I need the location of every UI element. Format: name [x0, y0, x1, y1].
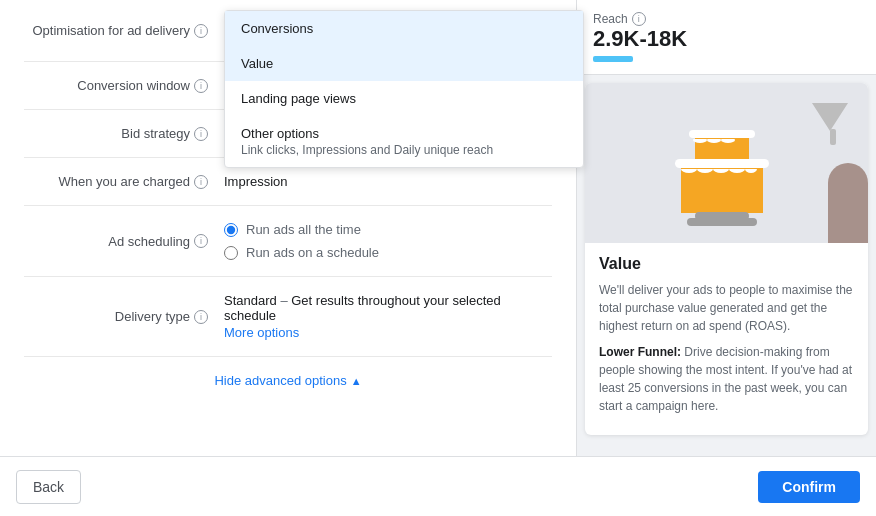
bid-strategy-label: Bid strategy i	[24, 126, 224, 141]
dropdown-item-conversions[interactable]: Conversions	[225, 11, 583, 46]
delivery-type-details: Standard – Get results throughout your s…	[224, 293, 552, 340]
dropdown-item-other-options[interactable]: Other options Link clicks, Impressions a…	[225, 116, 583, 167]
delivery-type-label: Delivery type i	[24, 309, 224, 324]
ad-scheduling-label: Ad scheduling i	[24, 234, 224, 249]
cake-illustration	[667, 98, 787, 228]
delivery-type-row: Delivery type i Standard – Get results t…	[24, 277, 552, 357]
more-options-link[interactable]: More options	[224, 325, 552, 340]
ad-scheduling-info-icon[interactable]: i	[194, 234, 208, 248]
reach-info-icon[interactable]: i	[632, 12, 646, 26]
bottom-bar: Back Confirm	[0, 456, 876, 516]
radio-all-time-input[interactable]	[224, 223, 238, 237]
reach-section: Reach i 2.9K-18K	[577, 0, 876, 75]
optimisation-row: Optimisation for ad delivery i Conversio…	[24, 0, 552, 62]
reach-value: 2.9K-18K	[593, 26, 860, 52]
confirm-button[interactable]: Confirm	[758, 471, 860, 503]
bid-strategy-info-icon[interactable]: i	[194, 127, 208, 141]
right-panel: Reach i 2.9K-18K	[576, 0, 876, 516]
info-card-body-text2: Lower Funnel: Drive decision-making from…	[599, 343, 854, 415]
conversion-window-info-icon[interactable]: i	[194, 79, 208, 93]
reach-bar	[593, 56, 633, 62]
info-card-body: Value We'll deliver your ads to people t…	[585, 243, 868, 435]
main-container: Optimisation for ad delivery i Conversio…	[0, 0, 876, 516]
back-button[interactable]: Back	[16, 470, 81, 504]
ad-scheduling-radio-group: Run ads all the time Run ads on a schedu…	[224, 222, 552, 260]
ad-scheduling-row: Ad scheduling i Run ads all the time Run…	[24, 206, 552, 277]
when-charged-info-icon[interactable]: i	[194, 175, 208, 189]
chevron-up-icon: ▲	[351, 375, 362, 387]
optimisation-info-icon[interactable]: i	[194, 24, 208, 38]
left-panel: Optimisation for ad delivery i Conversio…	[0, 0, 576, 516]
radio-run-schedule[interactable]: Run ads on a schedule	[224, 245, 552, 260]
when-charged-value: Impression	[224, 174, 552, 189]
delivery-type-value: Standard – Get results throughout your s…	[224, 293, 552, 340]
conversion-window-label: Conversion window i	[24, 78, 224, 93]
info-card-image	[585, 83, 868, 243]
info-card: Value We'll deliver your ads to people t…	[585, 83, 868, 435]
hide-advanced-options[interactable]: Hide advanced options ▲	[24, 357, 552, 404]
reach-label: Reach i	[593, 12, 860, 26]
radio-on-schedule-input[interactable]	[224, 246, 238, 260]
when-charged-label: When you are charged i	[24, 174, 224, 189]
radio-run-all-time[interactable]: Run ads all the time	[224, 222, 552, 237]
funnel-icon	[812, 103, 848, 131]
dropdown-menu: Conversions Value Landing page views Oth…	[224, 10, 584, 168]
dropdown-item-value[interactable]: Value	[225, 46, 583, 81]
ad-scheduling-value: Run ads all the time Run ads on a schedu…	[224, 222, 552, 260]
delivery-type-info-icon[interactable]: i	[194, 310, 208, 324]
info-card-body-text1: We'll deliver your ads to people to maxi…	[599, 281, 854, 335]
optimisation-label: Optimisation for ad delivery i	[24, 23, 224, 38]
info-card-title: Value	[599, 255, 854, 273]
dropdown-item-landing-page[interactable]: Landing page views	[225, 81, 583, 116]
